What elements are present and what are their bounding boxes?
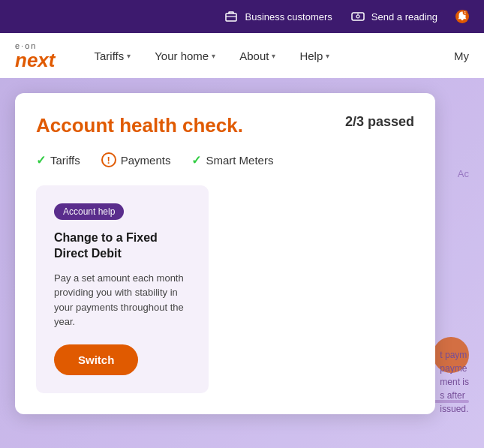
- card-badge: Account help: [54, 203, 124, 220]
- payments-warning-icon: !: [101, 152, 116, 167]
- meter-icon: [350, 9, 365, 24]
- check-payments-label: Payments: [121, 154, 171, 167]
- nav-about-label: About: [239, 50, 269, 62]
- svg-point-5: [461, 19, 463, 21]
- about-chevron-icon: ▾: [272, 52, 275, 60]
- top-bar: Business customers Send a reading 1: [0, 0, 484, 33]
- check-smart-meters-label: Smart Meters: [206, 154, 273, 167]
- check-items-list: ✓ Tariffs ! Payments ✓ Smart Meters: [36, 152, 414, 167]
- switch-button[interactable]: Switch: [54, 344, 138, 375]
- card-title: Change to a Fixed Direct Debit: [54, 230, 191, 262]
- svg-point-3: [356, 15, 359, 18]
- smart-meters-check-icon: ✓: [191, 153, 201, 167]
- help-chevron-icon: ▾: [326, 52, 329, 60]
- business-customers-label: Business customers: [245, 11, 332, 23]
- health-check-modal: Account health check. 2/3 passed ✓ Tarif…: [15, 93, 435, 414]
- nav-your-home[interactable]: Your home ▾: [155, 50, 215, 62]
- nav-about[interactable]: About ▾: [239, 50, 275, 62]
- nav-help[interactable]: Help ▾: [299, 50, 329, 62]
- logo[interactable]: e·on next: [15, 42, 55, 70]
- modal-header: Account health check. 2/3 passed: [36, 114, 414, 137]
- svg-rect-0: [226, 14, 236, 21]
- send-reading-link[interactable]: Send a reading: [350, 9, 437, 24]
- check-tariffs: ✓ Tariffs: [36, 152, 80, 167]
- your-home-chevron-icon: ▾: [212, 52, 215, 60]
- send-reading-label: Send a reading: [371, 11, 437, 23]
- nav-tariffs-label: Tariffs: [94, 50, 124, 62]
- check-payments: ! Payments: [101, 152, 171, 167]
- modal-overlay: Account health check. 2/3 passed ✓ Tarif…: [0, 78, 484, 448]
- modal-title: Account health check.: [36, 114, 243, 137]
- check-tariffs-label: Tariffs: [50, 154, 80, 167]
- card-description: Pay a set amount each month providing yo…: [54, 271, 191, 329]
- tariffs-check-icon: ✓: [36, 153, 46, 167]
- notification-count: 1: [455, 10, 469, 23]
- notification-bell[interactable]: 1: [455, 10, 469, 23]
- business-icon: [224, 9, 239, 24]
- nav-my-label: My: [454, 50, 469, 62]
- business-customers-link[interactable]: Business customers: [224, 9, 332, 24]
- nav-bar: e·on next Tariffs ▾ Your home ▾ About ▾ …: [0, 33, 484, 78]
- nav-your-home-label: Your home: [155, 50, 209, 62]
- logo-next: next: [15, 50, 55, 70]
- suggestion-card: Account help Change to a Fixed Direct De…: [36, 185, 209, 393]
- check-smart-meters: ✓ Smart Meters: [191, 152, 273, 167]
- nav-help-label: Help: [299, 50, 323, 62]
- tariffs-chevron-icon: ▾: [127, 52, 131, 60]
- nav-my[interactable]: My: [454, 50, 469, 62]
- modal-score: 2/3 passed: [345, 114, 414, 130]
- nav-tariffs[interactable]: Tariffs ▾: [94, 50, 131, 62]
